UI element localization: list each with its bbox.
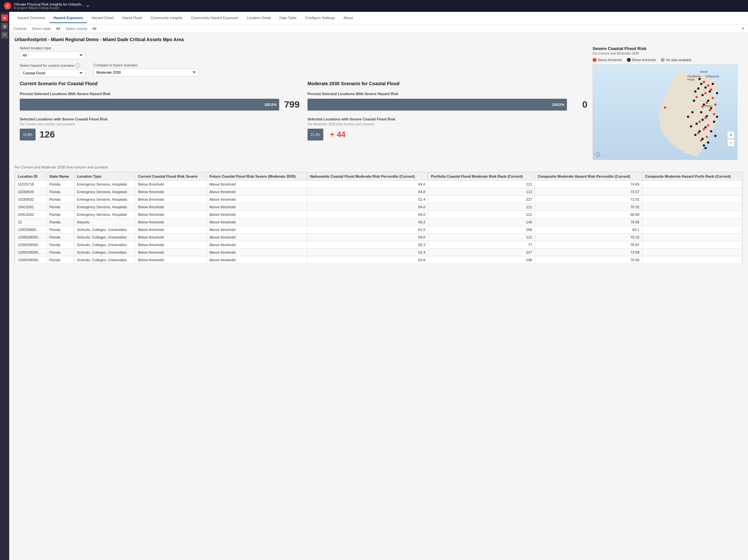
future-locations-title: Selected Locations with Severe Coastal F… [307,117,587,121]
map-zoom-in[interactable]: + [727,131,734,139]
map-dot [710,130,712,132]
cell-location-id: 10413261 [15,203,47,211]
table-row[interactable]: 10413262 Florida Emergency Services, Hos… [15,211,742,218]
app-logo: C [4,2,11,9]
cell-type: Schools, Colleges, Universities [74,241,135,249]
select-state-value[interactable]: All [56,27,60,31]
controls-label: Controls [13,27,27,31]
current-hazard-label: Select hazard for current scenario i [20,63,86,68]
table-row[interactable]: 10225718 Florida Emergency Services, Hos… [15,180,742,188]
tab-location-detail[interactable]: Location Detail [243,13,275,23]
cell-future: Above threshold [206,264,307,264]
map-dot [715,135,717,137]
map-container[interactable]: Davie PembrokePines Hollywood Miami + − … [592,65,738,160]
cell-type: Emergency Services, Hospitals [74,203,135,211]
legend-above-label: Above threshold [598,58,622,62]
cell-portfolio: 196 [428,256,535,264]
cell-future: Above threshold [206,196,307,203]
tab-hazard-exposure[interactable]: Hazard Exposure [49,13,87,23]
right-panel: Severe Coastal Flood Risk For Current an… [592,46,738,160]
cell-type: Emergency Services, Hospitals [74,180,135,188]
tab-hazard-overview[interactable]: Hazard Overview [13,13,49,23]
map-dot [696,122,698,125]
cell-location-id: 10269932 [15,196,47,203]
map-dot [687,116,689,118]
cell-future: Above threshold [206,256,307,264]
location-type-select[interactable]: All Emergency Services Hospitals Airport… [20,51,86,59]
map-info-icon[interactable]: i [595,152,600,157]
cell-state: Florida [46,241,74,249]
table-row[interactable]: 1200039000... Florida Schools, Colleges,… [15,249,742,256]
cell-current: Below threshold [135,188,207,196]
map-dot [707,84,709,87]
cell-location-id: 120039000... [15,226,47,234]
col-current-risk[interactable]: Current Coastal Flood Risk Severe [135,172,207,180]
current-percent-label: Percent Selected Locations With Severe H… [20,92,300,96]
current-locations-sub: For Current time horizon and scenario [20,122,300,126]
cell-type: Schools, Colleges, Universities [74,264,135,264]
col-nationwide[interactable]: Nationwide Coastal Flood Moderate Risk P… [307,172,428,180]
left-panel: Select location type All Emergency Servi… [20,46,587,160]
tab-hazard-detail[interactable]: Hazard Detail [88,13,118,23]
select-state-label: Select state [32,27,51,31]
table-row[interactable]: 1200039000... Florida Schools, Colleges,… [15,234,742,241]
hazard-info-icon[interactable]: i [75,63,80,68]
sidebar: ◉ ▦ ☰ [0,12,9,560]
col-composite-rank[interactable]: Composite Moderate Hazard Porfo Rank (Cu… [642,172,742,180]
cell-composite-pct: 70.56 [535,256,642,264]
col-state-name[interactable]: State Name [46,172,74,180]
cell-type: Schools, Colleges, Universities [74,234,135,241]
main-content: Hazard Overview Hazard Exposure Hazard D… [9,12,748,560]
tab-community-insights[interactable]: Community Insights [146,13,186,23]
cell-type: Emergency Services, Hospitals [74,196,135,203]
current-locations-count: 126 [40,129,55,140]
future-scenario-select[interactable]: Moderate 2030 Severe 2030 Moderate 2050 … [93,69,199,76]
tab-data-table[interactable]: Data Table [275,13,300,23]
map-dot [706,115,708,117]
cell-type: Emergency Services, Hospitals [74,211,135,218]
sidebar-icon-grid[interactable]: ▦ [1,23,8,30]
cell-future: Above threshold [206,226,307,234]
col-future-risk[interactable]: Future Coastal Flood Risk Severe (Modera… [206,172,307,180]
table-row[interactable]: 1200039000... Florida Schools, Colleges,… [15,241,742,249]
table-row[interactable]: 1200039000... Florida Schools, Colleges,… [15,256,742,264]
cell-type: Emergency Services, Hospitals [74,188,135,196]
table-row[interactable]: 120039000... Florida Schools, Colleges, … [15,226,742,234]
table-row[interactable]: 12 Florida Airports Below threshold Abov… [15,218,742,226]
col-location-type[interactable]: Location Type [74,172,135,180]
top-bar-dropdown[interactable]: ▾ [87,4,89,8]
current-hazard-select[interactable]: Coastal Flood Inland Flood Heat Wind [20,69,86,77]
future-count: 0 [571,99,587,110]
col-portfolio-rank[interactable]: Portfolio Coastal Flood Moderate Risk Ra… [428,172,535,180]
cell-portfolio: 121 [428,203,535,211]
map-zoom-out[interactable]: − [727,139,734,146]
cell-location-id: 1200039000... [15,241,47,249]
table-row[interactable]: 10269926 Florida Emergency Services, Hos… [15,188,742,196]
table-row[interactable]: 10269932 Florida Emergency Services, Hos… [15,196,742,203]
select-county-value[interactable]: All [93,27,96,31]
cell-composite-pct: 78.95 [535,218,642,226]
col-location-id[interactable]: Location ID [15,172,47,180]
table-row[interactable]: 1200039000 Florida Schools, Colleges, Un… [15,264,742,264]
map-dot [707,124,709,127]
map-dot [711,82,714,85]
legend-nodata-label: No data available [666,58,692,62]
tab-inland-flood[interactable]: Inland Flood [118,13,146,23]
sidebar-icon-home[interactable]: ◉ [1,15,8,21]
table-row[interactable]: 10413261 Florida Emergency Services, Hos… [15,203,742,211]
sidebar-icon-layers[interactable]: ☰ [1,31,8,38]
tab-community-hazard-exposure[interactable]: Community Hazard Exposure [187,13,242,23]
map-dot [704,126,706,129]
map-dot [701,138,704,140]
cell-state: Florida [46,218,74,226]
tab-about[interactable]: About [340,13,357,23]
controls-expand-icon[interactable]: ▾ [742,26,744,31]
cell-portfolio: 227 [428,264,535,264]
tab-configure-settings[interactable]: Configure Settings [301,13,339,23]
map-dot [690,125,692,128]
table-wrapper[interactable]: Location ID State Name Location Type Cur… [15,172,743,264]
cell-current: Below threshold [135,264,207,264]
future-locations-sub: For Moderate 2030 time horizon and scena… [307,122,587,126]
cell-current: Below threshold [135,211,207,218]
col-composite-pct[interactable]: Composite Moderate Hazard Risk Percentil… [535,172,642,180]
